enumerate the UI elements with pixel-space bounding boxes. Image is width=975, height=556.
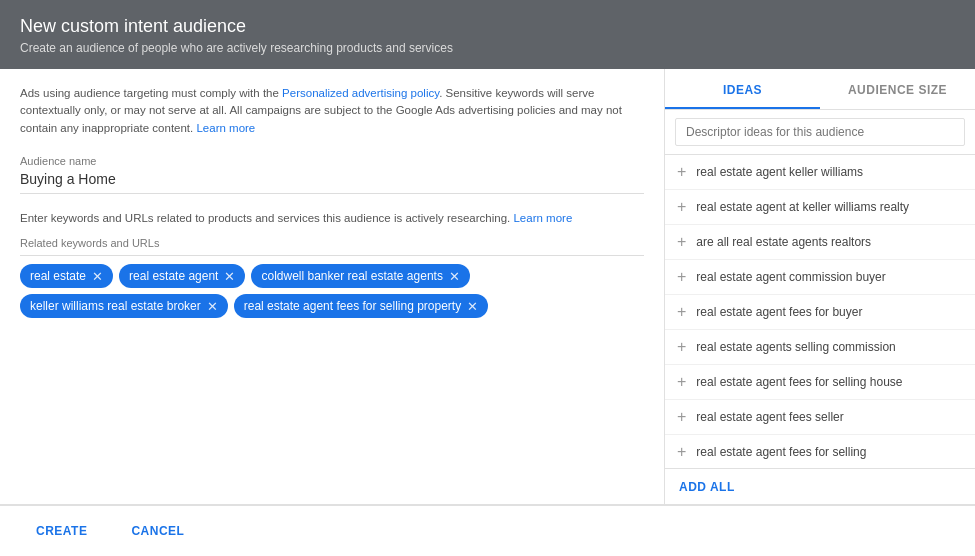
policy-link[interactable]: Personalized advertising policy <box>282 87 439 99</box>
keywords-learn-more-link[interactable]: Learn more <box>513 212 572 224</box>
tag-label: keller williams real estate broker <box>30 299 201 313</box>
search-box <box>665 110 975 155</box>
idea-item[interactable]: +real estate agent keller williams <box>665 155 975 190</box>
add-idea-icon: + <box>677 374 686 390</box>
tag-label: real estate agent <box>129 269 218 283</box>
main-content: Ads using audience targeting must comply… <box>0 69 975 504</box>
idea-label: real estate agent keller williams <box>696 165 863 179</box>
tag-item[interactable]: coldwell banker real estate agents✕ <box>251 264 469 288</box>
add-idea-icon: + <box>677 199 686 215</box>
add-all-link[interactable]: ADD ALL <box>679 480 735 494</box>
idea-item[interactable]: +real estate agents selling commission <box>665 330 975 365</box>
idea-label: are all real estate agents realtors <box>696 235 871 249</box>
tag-remove-icon[interactable]: ✕ <box>207 300 218 313</box>
tags-container: real estate✕real estate agent✕coldwell b… <box>20 264 644 318</box>
tag-remove-icon[interactable]: ✕ <box>224 270 235 283</box>
idea-item[interactable]: +real estate agent fees for buyer <box>665 295 975 330</box>
tag-label: real estate agent fees for selling prope… <box>244 299 461 313</box>
add-idea-icon: + <box>677 409 686 425</box>
ideas-search-input[interactable] <box>675 118 965 146</box>
tag-item[interactable]: real estate✕ <box>20 264 113 288</box>
cancel-button[interactable]: CANCEL <box>115 516 200 546</box>
audience-name-value: Buying a Home <box>20 171 644 194</box>
idea-item[interactable]: +real estate agent commission buyer <box>665 260 975 295</box>
page-title: New custom intent audience <box>20 16 955 37</box>
left-panel: Ads using audience targeting must comply… <box>0 69 665 504</box>
policy-notice: Ads using audience targeting must comply… <box>20 85 644 137</box>
tabs-header: IDEASAUDIENCE SIZE <box>665 69 975 110</box>
idea-label: real estate agent fees seller <box>696 410 843 424</box>
tag-item[interactable]: real estate agent fees for selling prope… <box>234 294 488 318</box>
tag-remove-icon[interactable]: ✕ <box>449 270 460 283</box>
right-panel: IDEASAUDIENCE SIZE +real estate agent ke… <box>665 69 975 504</box>
idea-label: real estate agent fees for selling <box>696 445 866 459</box>
idea-label: real estate agents selling commission <box>696 340 895 354</box>
idea-label: real estate agent at keller williams rea… <box>696 200 909 214</box>
idea-item[interactable]: +real estate agent at keller williams re… <box>665 190 975 225</box>
tab-audience-size[interactable]: AUDIENCE SIZE <box>820 69 975 109</box>
idea-item[interactable]: +real estate agent fees seller <box>665 400 975 435</box>
tag-remove-icon[interactable]: ✕ <box>467 300 478 313</box>
related-label: Related keywords and URLs <box>20 237 644 256</box>
ideas-list: +real estate agent keller williams+real … <box>665 155 975 468</box>
add-idea-icon: + <box>677 339 686 355</box>
tag-label: coldwell banker real estate agents <box>261 269 442 283</box>
tag-label: real estate <box>30 269 86 283</box>
create-button[interactable]: CREATE <box>20 516 103 546</box>
tag-remove-icon[interactable]: ✕ <box>92 270 103 283</box>
add-idea-icon: + <box>677 164 686 180</box>
tag-item[interactable]: keller williams real estate broker✕ <box>20 294 228 318</box>
add-idea-icon: + <box>677 304 686 320</box>
idea-item[interactable]: +real estate agent fees for selling <box>665 435 975 468</box>
tag-item[interactable]: real estate agent✕ <box>119 264 245 288</box>
idea-label: real estate agent fees for selling house <box>696 375 902 389</box>
footer: CREATE CANCEL <box>0 504 975 556</box>
idea-item[interactable]: +real estate agent fees for selling hous… <box>665 365 975 400</box>
page-header: New custom intent audience Create an aud… <box>0 0 975 69</box>
add-idea-icon: + <box>677 269 686 285</box>
add-idea-icon: + <box>677 444 686 460</box>
audience-name-label: Audience name <box>20 155 644 167</box>
tab-ideas[interactable]: IDEAS <box>665 69 820 109</box>
idea-item[interactable]: +are all real estate agents realtors <box>665 225 975 260</box>
keywords-notice: Enter keywords and URLs related to produ… <box>20 210 644 227</box>
policy-learn-more-link[interactable]: Learn more <box>196 122 255 134</box>
idea-label: real estate agent commission buyer <box>696 270 885 284</box>
page-subtitle: Create an audience of people who are act… <box>20 41 955 55</box>
idea-label: real estate agent fees for buyer <box>696 305 862 319</box>
add-all-bar: ADD ALL <box>665 468 975 504</box>
add-idea-icon: + <box>677 234 686 250</box>
